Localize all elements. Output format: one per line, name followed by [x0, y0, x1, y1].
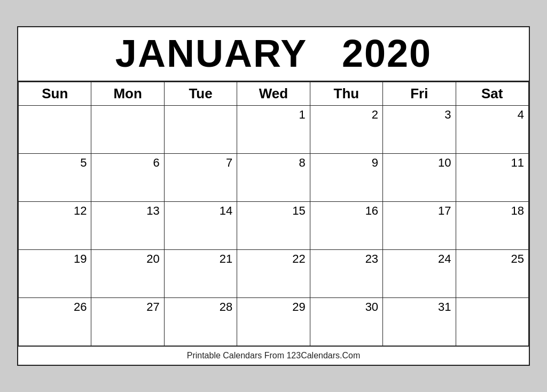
day-header-row: Sun Mon Tue Wed Thu Fri Sat	[19, 82, 529, 105]
calendar-day[interactable]	[91, 105, 164, 153]
calendar-body: 1234567891011121314151617181920212223242…	[19, 105, 529, 346]
calendar-week-row: 567891011	[19, 153, 529, 201]
calendar-day[interactable]: 18	[456, 201, 528, 249]
calendar-day[interactable]: 31	[383, 297, 456, 346]
calendar-day[interactable]: 8	[237, 153, 310, 201]
calendar-title: JANUARY 2020	[18, 27, 529, 81]
calendar-day[interactable]: 15	[237, 201, 310, 249]
calendar-grid: Sun Mon Tue Wed Thu Fri Sat 123456789101…	[18, 82, 529, 346]
calendar-day[interactable]: 9	[310, 153, 382, 201]
calendar-week-row: 1234	[19, 105, 529, 153]
calendar-day[interactable]: 29	[237, 297, 310, 346]
calendar-week-row: 19202122232425	[19, 249, 529, 297]
calendar-day[interactable]: 10	[383, 153, 456, 201]
calendar-day[interactable]: 22	[237, 249, 310, 297]
calendar-day[interactable]: 4	[456, 105, 528, 153]
month-label: JANUARY	[115, 32, 307, 75]
calendar-day[interactable]: 23	[310, 249, 382, 297]
calendar-day[interactable]: 12	[19, 201, 91, 249]
calendar-week-row: 12131415161718	[19, 201, 529, 249]
calendar-day[interactable]: 26	[19, 297, 91, 346]
header-wed: Wed	[237, 82, 310, 105]
calendar-day[interactable]: 16	[310, 201, 382, 249]
calendar-day[interactable]: 2	[310, 105, 382, 153]
calendar-day[interactable]: 13	[91, 201, 164, 249]
calendar-day[interactable]: 14	[164, 201, 237, 249]
calendar-day[interactable]: 25	[456, 249, 528, 297]
header-sun: Sun	[19, 82, 91, 105]
calendar-day[interactable]: 17	[383, 201, 456, 249]
calendar-footer: Printable Calendars From 123Calendars.Co…	[18, 346, 529, 365]
calendar-day[interactable]: 20	[91, 249, 164, 297]
header-fri: Fri	[383, 82, 456, 105]
header-mon: Mon	[91, 82, 164, 105]
calendar-day[interactable]: 11	[456, 153, 528, 201]
calendar-day[interactable]	[456, 297, 528, 346]
calendar-day[interactable]: 5	[19, 153, 91, 201]
calendar-day[interactable]: 28	[164, 297, 237, 346]
calendar-day[interactable]: 21	[164, 249, 237, 297]
calendar-container: JANUARY 2020 Sun Mon Tue Wed Thu Fri Sat…	[17, 26, 530, 365]
calendar-day[interactable]	[164, 105, 237, 153]
header-thu: Thu	[310, 82, 382, 105]
calendar-day[interactable]: 19	[19, 249, 91, 297]
year-label: 2020	[342, 32, 432, 75]
header-sat: Sat	[456, 82, 528, 105]
calendar-day[interactable]: 24	[383, 249, 456, 297]
calendar-day[interactable]: 30	[310, 297, 382, 346]
calendar-day[interactable]: 6	[91, 153, 164, 201]
calendar-day[interactable]: 3	[383, 105, 456, 153]
calendar-day[interactable]: 7	[164, 153, 237, 201]
header-tue: Tue	[164, 82, 237, 105]
calendar-day[interactable]: 1	[237, 105, 310, 153]
calendar-week-row: 262728293031	[19, 297, 529, 346]
calendar-day[interactable]: 27	[91, 297, 164, 346]
calendar-day[interactable]	[19, 105, 91, 153]
